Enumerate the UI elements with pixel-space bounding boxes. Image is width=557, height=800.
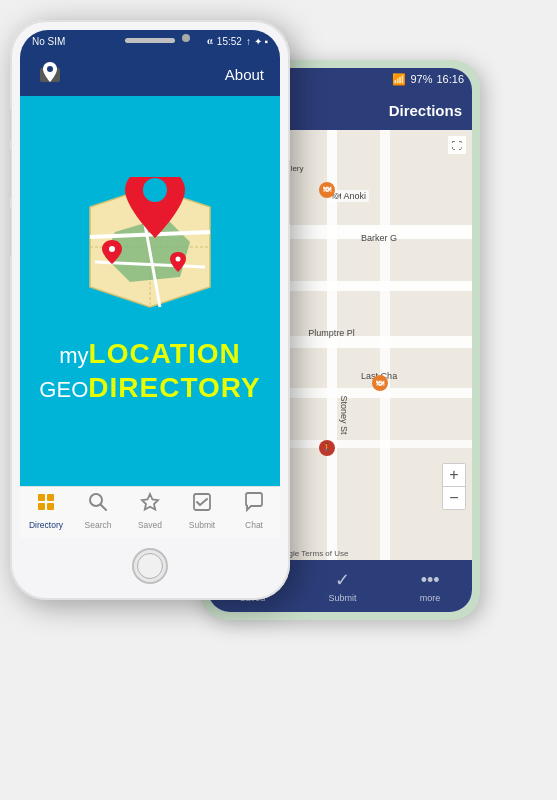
ios-main-content: myLOCATION GEODIRECTORY [20,96,280,486]
zoom-out-button[interactable]: − [443,487,465,509]
volume-up-button [10,150,11,198]
svg-rect-13 [47,494,54,501]
android-nav-more[interactable]: ••• more [420,570,441,603]
app-logo [36,60,64,88]
more-icon: ••• [421,570,440,591]
map-person-icon: 🚶 [319,440,335,456]
ios-bottom-nav: Directory Search Saved Submit [20,486,280,538]
svg-point-10 [176,257,181,262]
ios-status-right: 𝛂 15:52 ↑ ✦ ▪ [207,35,268,47]
speaker [125,38,175,43]
map-pin-1: 🍽 [319,182,335,198]
map-illustration [70,177,230,317]
street-v3 [380,130,390,560]
app-logo-icon [36,60,64,88]
indicators: ↑ ✦ ▪ [246,36,268,47]
android-nav-submit-label: Submit [329,593,357,603]
wifi-icon: 𝛂 [207,35,213,47]
clock: 16:16 [436,73,464,85]
about-button[interactable]: About [225,66,264,83]
map-label-barker2: Barker G [361,233,397,243]
map-expand-icon[interactable]: ⛶ [448,136,466,154]
wifi-icon: 📶 [392,73,406,86]
ios-nav-saved-label: Saved [138,520,162,530]
submit-icon: ✓ [335,569,350,591]
map-pin-4: 🍽 [372,375,388,391]
map-label-stoney: Stoney St [339,395,349,434]
submit-icon [191,491,213,518]
carrier-label: No SIM [32,36,207,47]
app-title-location: LOCATION [89,338,241,369]
front-camera [182,34,190,42]
ios-nav-search[interactable]: Search [76,491,120,530]
svg-point-1 [47,66,53,72]
power-button [289,160,290,224]
app-title-geo: GEO [39,377,88,402]
ios-nav-directory[interactable]: Directory [24,491,68,530]
map-label-plumptre: Plumptre Pl [308,328,355,338]
chat-icon [243,491,265,518]
svg-rect-15 [47,503,54,510]
app-title-directory: DIRECTORY [88,372,260,403]
ios-nav-directory-label: Directory [29,520,63,530]
zoom-in-button[interactable]: + [443,464,465,486]
saved-icon [139,491,161,518]
ios-nav-search-label: Search [85,520,112,530]
ios-time: 15:52 [217,36,242,47]
ios-nav-submit-label: Submit [189,520,215,530]
ios-nav-chat[interactable]: Chat [232,491,276,530]
svg-marker-18 [142,494,158,510]
iphone-home-button[interactable] [132,548,168,584]
app-title: myLOCATION GEODIRECTORY [39,337,260,404]
search-icon [87,491,109,518]
ios-nav-chat-label: Chat [245,520,263,530]
battery-percent: 97% [410,73,432,85]
svg-rect-12 [38,494,45,501]
app-title-line1: myLOCATION [39,337,260,371]
street-h3 [261,336,472,348]
iphone-screen: No SIM 𝛂 15:52 ↑ ✦ ▪ About [20,30,280,538]
map-label-anoki: 🍽 Anoki [329,190,369,202]
app-title-line2: GEODIRECTORY [39,371,260,405]
android-nav-submit[interactable]: ✓ Submit [329,569,357,603]
svg-line-17 [101,505,107,511]
iphone-home-button-inner [137,553,163,579]
iphone: No SIM 𝛂 15:52 ↑ ✦ ▪ About [10,20,290,600]
svg-rect-14 [38,503,45,510]
volume-down-button [10,208,11,256]
app-title-my: my [59,343,88,368]
ios-header: About [20,52,280,96]
ios-nav-submit[interactable]: Submit [180,491,224,530]
svg-point-11 [143,178,167,202]
android-header-title: Directions [389,102,462,119]
directory-icon [35,491,57,518]
mute-switch [10,110,11,140]
ios-nav-saved[interactable]: Saved [128,491,172,530]
svg-point-9 [109,246,115,252]
map-zoom-controls: + − [442,463,466,510]
android-nav-more-label: more [420,593,441,603]
